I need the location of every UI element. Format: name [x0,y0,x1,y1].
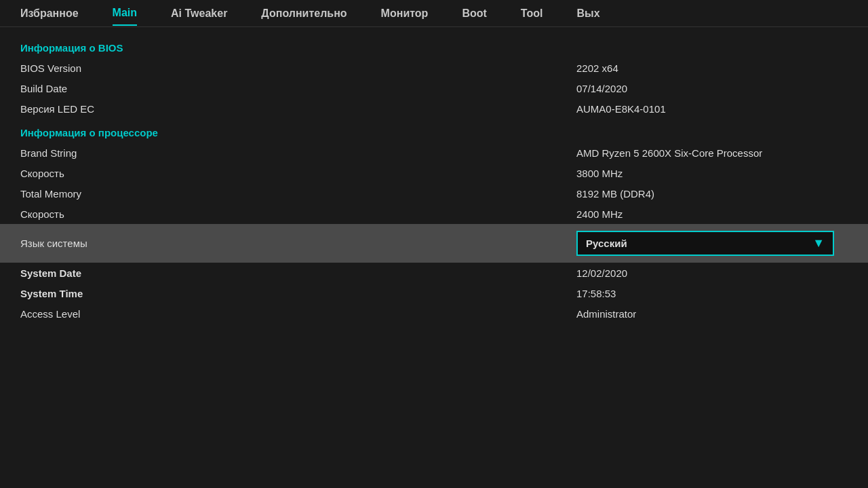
cpu-speed-row: Скорость 3800 MHz [20,163,848,183]
build-date-row: Build Date 07/14/2020 [20,78,848,98]
system-time-label: System Time [20,288,576,299]
mem-speed-label: Скорость [20,208,576,220]
nav-item-ai-tweaker[interactable]: Ai Tweaker [171,2,227,25]
language-dropdown[interactable]: Русский ▼ [576,231,834,256]
language-value: Русский [586,238,627,249]
system-date-value: 12/02/2020 [576,267,627,279]
nav-item-favorites[interactable]: Избранное [20,2,79,25]
dropdown-arrow-icon: ▼ [812,236,825,250]
access-level-value: Administrator [576,308,636,320]
cpu-speed-value: 3800 MHz [576,168,623,179]
total-memory-row: Total Memory 8192 MB (DDR4) [20,183,848,204]
access-level-row: Access Level Administrator [20,303,848,324]
led-ec-row: Версия LED EC AUMA0-E8K4-0101 [20,98,848,119]
language-label: Язык системы [20,238,576,249]
main-content: Информация о BIOS BIOS Version 2202 x64 … [0,27,868,488]
nav-item-main[interactable]: Main [113,1,137,26]
build-date-value: 07/14/2020 [576,83,627,94]
brand-string-row: Brand String AMD Ryzen 5 2600X Six-Core … [20,143,848,163]
brand-string-label: Brand String [20,147,576,159]
nav-item-exit[interactable]: Вых [576,2,599,25]
brand-string-value: AMD Ryzen 5 2600X Six-Core Processor [576,147,762,159]
led-ec-value: AUMA0-E8K4-0101 [576,103,666,115]
system-time-row: System Time 17:58:53 [20,283,848,303]
language-row[interactable]: Язык системы Русский ▼ [0,224,868,263]
nav-item-additional[interactable]: Дополнительно [261,2,347,25]
total-memory-value: 8192 MB (DDR4) [576,188,654,200]
cpu-speed-label: Скорость [20,168,576,179]
bios-version-label: BIOS Version [20,62,576,74]
led-ec-label: Версия LED EC [20,103,576,115]
build-date-label: Build Date [20,83,576,94]
system-date-label: System Date [20,267,576,279]
mem-speed-row: Скорость 2400 MHz [20,204,848,224]
nav-item-monitor[interactable]: Монитор [381,2,429,25]
system-date-row: System Date 12/02/2020 [20,263,848,283]
cpu-info-heading: Информация о процессоре [20,127,848,138]
mem-speed-value: 2400 MHz [576,208,623,220]
bios-info-heading: Информация о BIOS [20,42,848,54]
nav-item-tool[interactable]: Tool [521,2,543,25]
total-memory-label: Total Memory [20,188,576,200]
access-level-label: Access Level [20,308,576,320]
bios-version-value: 2202 x64 [576,62,618,74]
nav-bar: Избранное Main Ai Tweaker Дополнительно … [0,0,868,27]
bios-version-row: BIOS Version 2202 x64 [20,58,848,78]
system-time-value: 17:58:53 [576,288,616,299]
nav-item-boot[interactable]: Boot [462,2,486,25]
